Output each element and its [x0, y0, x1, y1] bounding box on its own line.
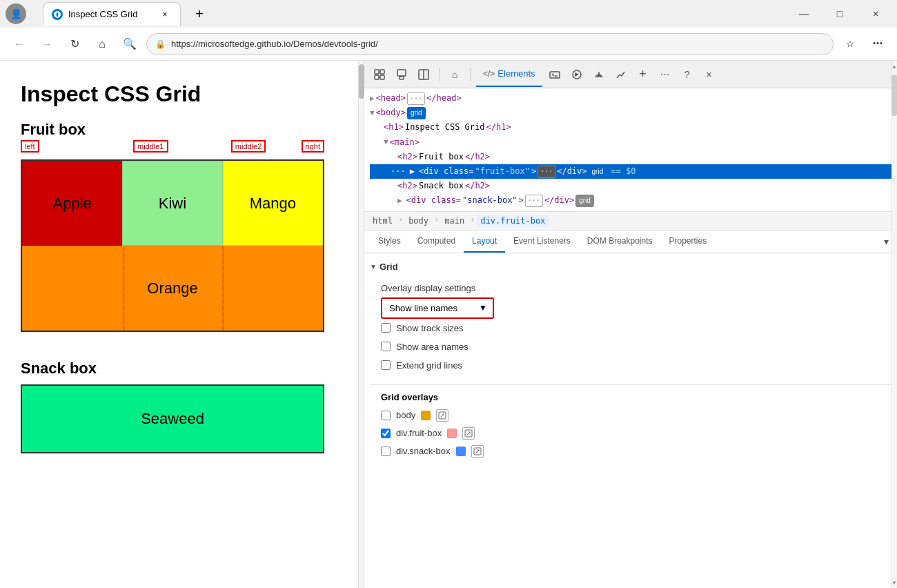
breadcrumb-html[interactable]: html — [370, 215, 395, 227]
scrollbar-thumb[interactable] — [891, 75, 897, 116]
snack-grid-container: Seaweed — [21, 384, 324, 453]
more-button[interactable]: ··· — [867, 33, 889, 55]
main-area: Inspect CSS Grid Fruit box left middle1 … — [0, 61, 897, 588]
dom-line-snack-div[interactable]: ▶ <div class="snack-box"> ··· </div> gri… — [370, 193, 891, 208]
tab-computed[interactable]: Computed — [409, 231, 464, 253]
snack-color-swatch — [456, 447, 466, 456]
dom-line-fruit-div[interactable]: ··· ▶ <div class="fruit-box"> ··· </div>… — [370, 164, 891, 179]
dom-line-h2-snack[interactable]: <h2>Snack box</h2> — [370, 179, 891, 193]
add-panel-button[interactable]: + — [633, 65, 653, 84]
url-text: https://microsoftedge.github.io/Demos/de… — [171, 39, 825, 49]
body-inspect-icon[interactable] — [436, 409, 448, 422]
devtools-panel: ⌂ </> Elements + ··· — [359, 61, 897, 588]
sources-panel-button[interactable] — [567, 65, 586, 84]
overlay-row-body: body — [381, 406, 883, 424]
scroll-up-button[interactable]: ▲ — [891, 61, 897, 72]
help-button[interactable]: ? — [678, 65, 697, 84]
forward-button[interactable]: → — [36, 33, 58, 55]
more-tabs-button[interactable]: ▾ — [881, 231, 891, 253]
device-mode-button[interactable] — [392, 65, 411, 84]
network-panel-button[interactable] — [589, 65, 609, 84]
svg-rect-1 — [375, 70, 379, 74]
tab-favicon — [52, 9, 63, 20]
svg-rect-6 — [400, 77, 404, 79]
back-button[interactable]: ← — [8, 33, 30, 55]
inspect-element-button[interactable] — [370, 65, 389, 84]
body-overlay-checkbox[interactable] — [381, 411, 391, 420]
grid-chevron-icon: ▼ — [370, 263, 377, 271]
snack-overlay-checkbox[interactable] — [381, 447, 391, 456]
fruit-section-title: Fruit box — [21, 121, 337, 139]
split-pane-button[interactable] — [414, 65, 433, 84]
svg-rect-3 — [375, 75, 379, 79]
breadcrumb-main[interactable]: main — [442, 215, 467, 227]
grid-section-header[interactable]: ▼ Grid — [370, 259, 891, 275]
dom-line-main[interactable]: ▼ <main> — [370, 135, 891, 150]
seaweed-cell: Seaweed — [22, 386, 323, 452]
left-scrollbar — [359, 61, 364, 588]
svg-rect-2 — [380, 70, 384, 74]
show-area-names-checkbox[interactable] — [381, 342, 391, 351]
dom-line-body[interactable]: ▼ <body> grid — [370, 106, 891, 120]
extend-grid-lines-label[interactable]: Extend grid lines — [396, 360, 462, 371]
show-line-names-select[interactable]: Show line names Show line numbers Hide l… — [382, 299, 493, 317]
minimize-button[interactable]: — — [788, 3, 820, 24]
line-label-middle2: middle2 — [231, 140, 266, 153]
webpage-content: Inspect CSS Grid Fruit box left middle1 … — [0, 61, 359, 588]
svg-rect-4 — [380, 75, 384, 79]
breadcrumb-div-fruit[interactable]: div.fruit-box — [477, 215, 548, 227]
grid-overlays-section: Grid overlays body div.fruit-box — [370, 392, 891, 463]
more-panels-button[interactable]: ··· — [656, 65, 675, 84]
fruit-grid-container: Apple Kiwi Mango Orange — [21, 159, 324, 332]
fruit-overlay-label[interactable]: div.fruit-box — [396, 428, 442, 438]
snack-section-title: Snack box — [21, 360, 337, 378]
grid-settings: Overlay display settings Show line names… — [370, 275, 891, 378]
snack-overlay-label[interactable]: div.snack-box — [396, 446, 451, 456]
refresh-button[interactable]: ↻ — [63, 33, 86, 55]
tab-event-listeners[interactable]: Event Listeners — [505, 231, 579, 253]
overlay-row-fruit: div.fruit-box — [381, 424, 883, 442]
line-label-left: left — [21, 140, 39, 153]
tab-dom-breakpoints[interactable]: DOM Breakpoints — [579, 231, 661, 253]
browser-tab[interactable]: Inspect CSS Grid × — [43, 2, 181, 26]
close-devtools-button[interactable]: × — [700, 65, 719, 84]
grid-badge-fruit: grid — [589, 166, 607, 178]
snack-inspect-icon[interactable] — [471, 445, 484, 458]
breadcrumb-body[interactable]: body — [406, 215, 431, 227]
home-button[interactable]: ⌂ — [91, 33, 113, 55]
scroll-down-button[interactable]: ▼ — [891, 577, 897, 588]
tab-properties[interactable]: Properties — [661, 231, 716, 253]
favorites-button[interactable]: ☆ — [839, 33, 861, 55]
maximize-button[interactable]: □ — [824, 3, 856, 24]
new-tab-button[interactable]: + — [189, 3, 210, 24]
elements-icon: </> — [483, 69, 495, 79]
breadcrumb: html › body › main › div.fruit-box — [364, 212, 897, 231]
close-button[interactable]: × — [860, 3, 891, 24]
dom-line-head[interactable]: ▶ <head> ··· </head> — [370, 91, 891, 106]
tab-styles[interactable]: Styles — [370, 231, 409, 253]
address-bar[interactable]: 🔒 https://microsoftedge.github.io/Demos/… — [146, 33, 834, 55]
fruit-inspect-icon[interactable] — [462, 427, 475, 440]
tab-close-button[interactable]: × — [158, 8, 172, 21]
home-devtools-button[interactable]: ⌂ — [445, 65, 464, 84]
console-panel-button[interactable] — [545, 65, 564, 84]
show-track-sizes-checkbox[interactable] — [381, 323, 391, 333]
extend-grid-lines-checkbox[interactable] — [381, 360, 391, 370]
body-color-swatch — [421, 411, 431, 420]
window-controls: — □ × — [788, 3, 891, 24]
elements-tab-button[interactable]: </> Elements — [476, 62, 542, 87]
title-bar: 👤 Inspect CSS Grid × + — □ × — [0, 0, 897, 28]
performance-panel-button[interactable] — [611, 65, 631, 84]
body-overlay-label[interactable]: body — [396, 410, 415, 420]
svg-rect-5 — [397, 70, 406, 76]
tab-title: Inspect CSS Grid — [68, 9, 137, 19]
show-line-names-select-wrapper[interactable]: Show line names Show line numbers Hide l… — [381, 297, 494, 319]
dom-tree: ▶ <head> ··· </head> ▼ <body> grid <h1>I… — [364, 88, 897, 212]
show-track-sizes-label[interactable]: Show track sizes — [396, 323, 464, 333]
dom-line-h2-fruit[interactable]: <h2>Fruit box</h2> — [370, 150, 891, 164]
tab-layout[interactable]: Layout — [464, 231, 505, 253]
show-area-names-label[interactable]: Show area names — [396, 342, 469, 352]
dom-line-h1[interactable]: <h1>Inspect CSS Grid</h1> — [370, 120, 891, 135]
fruit-overlay-checkbox[interactable] — [381, 429, 391, 438]
search-button[interactable]: 🔍 — [119, 33, 141, 55]
